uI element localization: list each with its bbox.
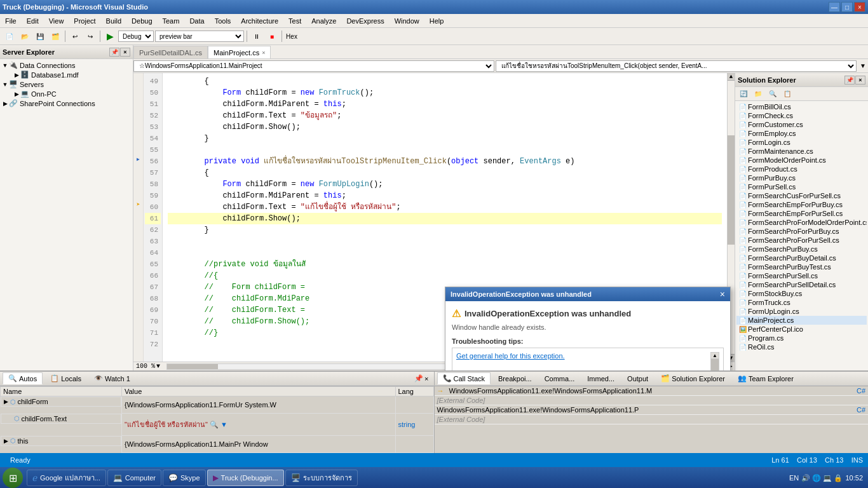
- pause-btn[interactable]: ⏸: [250, 30, 264, 43]
- tab-locals[interactable]: 📋 Locals: [45, 373, 86, 384]
- sol-formsearchpromodel[interactable]: 📄 FormSearchProForModelOrderPoint.cs: [736, 218, 867, 227]
- zoom-dropdown-icon[interactable]: ▼: [156, 363, 160, 370]
- taskbar-vs-btn[interactable]: ▶ Truck (Debuggin...: [207, 470, 284, 486]
- menu-devexpress[interactable]: DevExpress: [341, 14, 389, 27]
- servers-expand[interactable]: ▼: [1, 81, 9, 88]
- data-connections-expand[interactable]: ▼: [1, 62, 9, 69]
- menu-data[interactable]: Data: [184, 14, 209, 27]
- sol-formsearchpropursell[interactable]: 📄 FormSearchProForPurSell.cs: [736, 236, 867, 245]
- preview-bar-combo[interactable]: preview bar: [155, 30, 244, 42]
- vscroll-thumb[interactable]: [728, 135, 735, 245]
- sol-formtruck[interactable]: 📄 FormTruck.cs: [736, 298, 867, 307]
- sol-reoil[interactable]: 📄 ReOil.cs: [736, 342, 867, 351]
- sharepoint-expand[interactable]: ▶: [1, 100, 9, 107]
- debug-config-combo[interactable]: Debug: [118, 30, 154, 42]
- sol-formsearchempsell[interactable]: 📄 FormSearchEmpForPurSell.cs: [736, 209, 867, 218]
- menu-window[interactable]: Window: [390, 14, 424, 27]
- minimize-button[interactable]: —: [829, 2, 840, 12]
- sol-refresh-btn[interactable]: 🔄: [736, 88, 750, 100]
- sol-formlogin[interactable]: 📄 FormLogin.cs: [736, 138, 867, 147]
- hscroll-thumb[interactable]: [167, 364, 218, 369]
- menu-analyze[interactable]: Analyze: [306, 14, 341, 27]
- start-button[interactable]: ⊞: [3, 468, 23, 488]
- tab-immediate[interactable]: Immed...: [582, 374, 620, 384]
- sol-formsearchpurselldetail[interactable]: 📄 FormSearchPurSellDetail.cs: [736, 280, 867, 289]
- solution-explorer-pin-btn[interactable]: 📌: [844, 76, 855, 85]
- onn-pc-item[interactable]: ▶ 💻 Onn-PC: [1, 89, 132, 98]
- server-explorer-pin-btn[interactable]: 📌: [109, 48, 119, 57]
- sol-formpurbuy[interactable]: 📄 FormPurBuy.cs: [736, 173, 867, 182]
- sol-formsearchpurbuytest[interactable]: 📄 FormSearchPurBuyTest.cs: [736, 262, 867, 271]
- save-all-btn[interactable]: 🗂️: [48, 30, 62, 43]
- start-debug-btn[interactable]: ▶: [103, 30, 117, 43]
- hex-btn[interactable]: Hex: [285, 30, 299, 43]
- exception-dialog-close-btn[interactable]: ×: [720, 289, 725, 299]
- sol-formbilloil[interactable]: 📄 FormBillOil.cs: [736, 102, 867, 111]
- undo-btn[interactable]: ↩: [68, 30, 82, 43]
- sharepoint-item[interactable]: ▶ 🔗 SharePoint Connections: [1, 98, 132, 108]
- sol-formcustomer[interactable]: 📄 FormCustomer.cs: [736, 120, 867, 129]
- method-nav-combo[interactable]: แก้ไขชื่อใชหรอรหัสผ่านToolStripMenuItem_…: [496, 60, 857, 72]
- tab-solution-explorer-bottom[interactable]: 🗂️Solution Explorer: [656, 373, 730, 384]
- sol-filter-btn[interactable]: 🔍: [766, 88, 780, 100]
- sol-formemploy[interactable]: 📄 FormEmploy.cs: [736, 129, 867, 138]
- data-connections-item[interactable]: ▼ 🔌 Data Connections: [1, 60, 132, 70]
- sol-formsearchcuspursell[interactable]: 📄 FormSearchCusForPurSell.cs: [736, 191, 867, 200]
- sol-formmodelorderpoint[interactable]: 📄 FormModelOrderPoint.cs: [736, 156, 867, 165]
- taskbar-system-btn[interactable]: 🖥️ ระบบการจัดการ: [285, 470, 358, 486]
- expand-icon2[interactable]: ▶: [4, 438, 8, 444]
- sol-formmaintenance[interactable]: 📄 FormMaintenance.cs: [736, 147, 867, 156]
- autos-close-btn[interactable]: ×: [424, 375, 428, 383]
- sol-formcheck[interactable]: 📄 FormCheck.cs: [736, 111, 867, 120]
- expand-icon[interactable]: ▶: [4, 398, 8, 405]
- sol-perfcentercpl[interactable]: 🖼️ PerfCenterCpl.ico: [736, 325, 867, 334]
- autos-pin-btn[interactable]: 📌: [414, 374, 423, 383]
- servers-item[interactable]: ▼ 🖥️ Servers: [1, 79, 132, 89]
- class-nav-combo[interactable]: ☆WindowsFormsApplication11.MainProject: [133, 60, 494, 72]
- sol-program[interactable]: 📄 Program.cs: [736, 334, 867, 342]
- taskbar-ie-btn[interactable]: ℯ Google แปลภาษา...: [27, 470, 106, 486]
- tab-autos[interactable]: 🔍 Autos: [3, 372, 43, 384]
- close-button[interactable]: ×: [854, 2, 865, 12]
- menu-test[interactable]: Test: [283, 14, 306, 27]
- sol-formsearchpurbuy[interactable]: 📄 FormSearchPurBuy.cs: [736, 245, 867, 254]
- exception-tips-scroll-up[interactable]: ▲: [711, 353, 719, 359]
- menu-debug[interactable]: Debug: [126, 14, 157, 27]
- sol-formproduct[interactable]: 📄 FormProduct.cs: [736, 165, 867, 173]
- tab-purselldetail[interactable]: PurSellDetailDAL.cs: [133, 46, 208, 58]
- tab-command[interactable]: Comma...: [539, 374, 580, 384]
- exception-tips-scrollbar[interactable]: ▲ ▼: [710, 352, 719, 370]
- menu-file[interactable]: File: [0, 14, 22, 27]
- exception-tips-scroll-thumb[interactable]: [711, 359, 719, 370]
- open-btn[interactable]: 📂: [18, 30, 32, 43]
- taskbar-computer-btn[interactable]: 💻 Computer: [107, 470, 161, 486]
- server-explorer-close-btn[interactable]: ×: [120, 48, 130, 57]
- redo-btn[interactable]: ↪: [83, 30, 97, 43]
- onn-pc-expand[interactable]: ▶: [13, 91, 20, 97]
- menu-view[interactable]: View: [44, 14, 69, 27]
- sol-formsearchpursell[interactable]: 📄 FormSearchPurSell.cs: [736, 271, 867, 280]
- stop-btn[interactable]: ■: [265, 30, 279, 43]
- tab-mainproject[interactable]: MainProject.cs ×: [208, 46, 271, 58]
- tab-team-explorer[interactable]: 👥Team Explorer: [733, 373, 799, 384]
- new-project-btn[interactable]: 📄: [3, 30, 17, 43]
- sol-collapse-btn[interactable]: 📁: [751, 88, 765, 100]
- sol-formuplogin[interactable]: 📄 FormUpLogin.cs: [736, 307, 867, 316]
- database1-item[interactable]: ▶ 🗄️ Database1.mdf: [1, 70, 132, 79]
- tab-breakpoints[interactable]: Breakpoi...: [493, 374, 537, 384]
- menu-project[interactable]: Project: [69, 14, 100, 27]
- maximize-button[interactable]: □: [841, 2, 853, 12]
- sol-formstockbuy[interactable]: 📄 FormStockBuy.cs: [736, 289, 867, 298]
- tab-output[interactable]: Output: [622, 374, 653, 384]
- menu-architecture[interactable]: Architecture: [236, 14, 283, 27]
- menu-help[interactable]: Help: [424, 14, 449, 27]
- sol-formsearchpropurbuy[interactable]: 📄 FormSearchProForPurBuy.cs: [736, 227, 867, 236]
- menu-tools[interactable]: Tools: [210, 14, 236, 27]
- menu-team[interactable]: Team: [158, 14, 185, 27]
- code-nav-scroll-btn[interactable]: ▼: [858, 60, 868, 72]
- sol-mainproject[interactable]: 📄 MainProject.cs: [736, 316, 867, 325]
- sol-formsearchpurbuydetail[interactable]: 📄 FormSearchPurBuyDetail.cs: [736, 254, 867, 262]
- menu-build[interactable]: Build: [101, 14, 126, 27]
- tab-callstack[interactable]: 📞 Call Stack: [437, 372, 491, 384]
- database1-expand[interactable]: ▶: [13, 72, 20, 78]
